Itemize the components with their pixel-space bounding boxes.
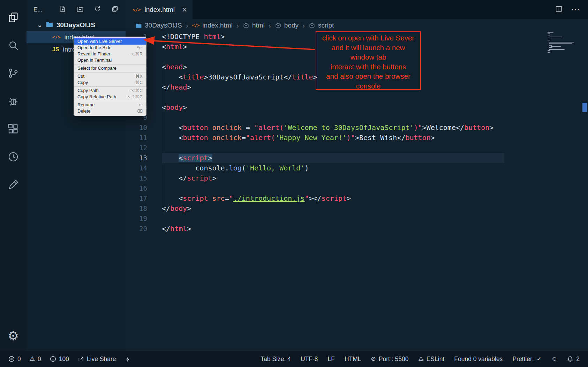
- breadcrumb-separator: ›: [186, 21, 188, 30]
- menu-item-copy[interactable]: Copy⌘C: [74, 79, 146, 86]
- settings-gear-icon[interactable]: ⚙: [0, 324, 27, 348]
- new-folder-icon[interactable]: [76, 5, 84, 14]
- code-line-13[interactable]: 13 <script>: [126, 153, 588, 163]
- code-text: console.log('Hello, World'): [162, 163, 588, 173]
- status-item-port-5500[interactable]: ⊘Port : 5500: [371, 355, 409, 363]
- feedback-pen-icon[interactable]: [0, 171, 27, 199]
- status-item-label: LF: [327, 355, 334, 363]
- code-text: <button onclick = "alert('Welcome to 30D…: [162, 123, 588, 133]
- extensions-icon[interactable]: [0, 115, 27, 143]
- breadcrumb-label: script: [318, 22, 334, 29]
- tab-index-html[interactable]: </> index.html ×: [126, 0, 193, 19]
- breadcrumb-item-script[interactable]: script: [309, 22, 334, 29]
- status-item-2[interactable]: 2: [567, 355, 580, 363]
- annotation-line: console: [316, 81, 420, 91]
- menu-item-label: Copy: [77, 79, 88, 86]
- breadcrumb-item-index-html[interactable]: </>index.html: [192, 22, 233, 29]
- breadcrumb-item-30daysofjs[interactable]: 30DaysOfJS: [135, 22, 182, 29]
- bell-icon: [567, 356, 573, 362]
- line-number: 10: [126, 123, 147, 133]
- refresh-icon[interactable]: [94, 5, 101, 14]
- menu-item-open-to-the-side[interactable]: Open to the Side^↩: [74, 45, 146, 51]
- minimap-line: [548, 52, 550, 53]
- folder-icon: [135, 22, 142, 29]
- status-item-smiley[interactable]: ☺: [551, 356, 557, 362]
- code-line-9[interactable]: 9: [126, 113, 588, 123]
- collapse-folders-icon[interactable]: [111, 5, 119, 14]
- menu-item-label: Select for Compare: [77, 65, 116, 71]
- status-item-tab-size-4[interactable]: Tab Size: 4: [261, 355, 291, 363]
- status-item-prettier[interactable]: Prettier:✓: [512, 355, 542, 363]
- menu-item-delete[interactable]: Delete⌫: [74, 108, 146, 114]
- code-line-15[interactable]: 15 </script>: [126, 173, 588, 183]
- breadcrumb-item-html[interactable]: html: [243, 22, 265, 29]
- menu-item-label: Open in Terminal: [77, 57, 112, 63]
- code-line-20[interactable]: 20</html>: [126, 224, 588, 234]
- folder-item-30daysofjs[interactable]: ⌄ 30DaysOfJS: [27, 19, 126, 31]
- breadcrumb-label: index.html: [202, 22, 233, 29]
- menu-item-label: Rename: [77, 102, 95, 108]
- status-item-100[interactable]: 100: [50, 355, 69, 363]
- menu-item-open-in-terminal[interactable]: Open in Terminal: [74, 57, 146, 63]
- code-line-10[interactable]: 10 <button onclick = "alert('Welcome to …: [126, 123, 588, 133]
- status-item-label: Prettier:: [512, 355, 534, 363]
- cube-icon: [275, 22, 281, 29]
- menu-separator: [74, 86, 146, 87]
- new-file-icon[interactable]: [59, 5, 66, 14]
- chevron-down-icon: ⌄: [37, 23, 43, 27]
- code-line-16[interactable]: 16: [126, 183, 588, 193]
- code-line-18[interactable]: 18</body>: [126, 204, 588, 214]
- status-item-html[interactable]: HTML: [345, 355, 361, 363]
- line-number: 12: [126, 143, 147, 153]
- menu-item-copy-path[interactable]: Copy Path⌥⌘C: [74, 87, 146, 94]
- code-line-19[interactable]: 19: [126, 214, 588, 224]
- vscode-window: ⚙ E... ⌄ 30DaysOfJS </> index.html JS in…: [0, 0, 588, 367]
- html-file-icon: </>: [133, 7, 141, 12]
- status-item-label: UTF-8: [301, 355, 318, 363]
- status-item-live-share[interactable]: Live Share: [78, 355, 116, 363]
- more-actions-icon[interactable]: ⋯: [571, 4, 580, 15]
- close-tab-icon[interactable]: ×: [182, 6, 187, 13]
- tab-bar: </> index.html × ⋯: [126, 0, 588, 19]
- breadcrumb-label: 30DaysOfJS: [145, 22, 182, 29]
- menu-item-select-for-compare[interactable]: Select for Compare: [74, 65, 146, 71]
- code-line-14[interactable]: 14 console.log('Hello, World'): [126, 163, 588, 173]
- breadcrumb-separator: ›: [269, 21, 271, 30]
- status-item-lightning[interactable]: [125, 356, 131, 362]
- cube-icon: [243, 22, 249, 29]
- menu-item-cut[interactable]: Cut⌘X: [74, 73, 146, 79]
- breadcrumb-item-body[interactable]: body: [275, 22, 299, 29]
- code-line-11[interactable]: 11 <button onclick="alert('Happy New Yea…: [126, 133, 588, 143]
- run-debug-icon[interactable]: [0, 87, 27, 115]
- code-text: </script>: [162, 173, 588, 183]
- warning-icon: ⚠: [30, 356, 35, 362]
- code-line-8[interactable]: 8<body>: [126, 102, 588, 113]
- status-item-utf-8[interactable]: UTF-8: [301, 355, 318, 363]
- code-line-17[interactable]: 17 <script src="./introduction.js"></scr…: [126, 193, 588, 204]
- breadcrumb-separator: ›: [302, 21, 305, 30]
- explorer-title: E...: [33, 6, 43, 13]
- status-item-label: 100: [59, 355, 69, 363]
- folder-icon: [46, 21, 53, 30]
- split-editor-icon[interactable]: [555, 5, 563, 14]
- menu-item-reveal-in-finder[interactable]: Reveal in Finder⌥⌘R: [74, 51, 146, 57]
- explorer-icon[interactable]: [0, 3, 27, 31]
- menu-item-shortcut: ⌥⇧⌘C: [127, 94, 143, 100]
- line-number: 16: [126, 183, 147, 193]
- status-item-lf[interactable]: LF: [327, 355, 334, 363]
- status-item-eslint[interactable]: ⚠ESLint: [418, 355, 444, 363]
- code-line-12[interactable]: 12: [126, 143, 588, 153]
- menu-item-rename[interactable]: Rename↩: [74, 102, 146, 108]
- menu-item-copy-relative-path[interactable]: Copy Relative Path⌥⇧⌘C: [74, 94, 146, 100]
- status-item-0[interactable]: ⚠0: [30, 355, 41, 363]
- history-icon[interactable]: [0, 143, 27, 171]
- menu-item-open-with-live-server[interactable]: Open with Live Server: [74, 38, 146, 45]
- status-item-found-0-variables[interactable]: Found 0 variables: [454, 355, 503, 363]
- search-icon[interactable]: [0, 31, 27, 59]
- status-left: 0⚠0100Live Share: [8, 355, 131, 363]
- code-text: </body>: [162, 204, 588, 214]
- status-item-0[interactable]: 0: [8, 355, 21, 363]
- line-number: 17: [126, 193, 147, 204]
- source-control-icon[interactable]: [0, 59, 27, 87]
- code-line-7[interactable]: 7: [126, 92, 588, 102]
